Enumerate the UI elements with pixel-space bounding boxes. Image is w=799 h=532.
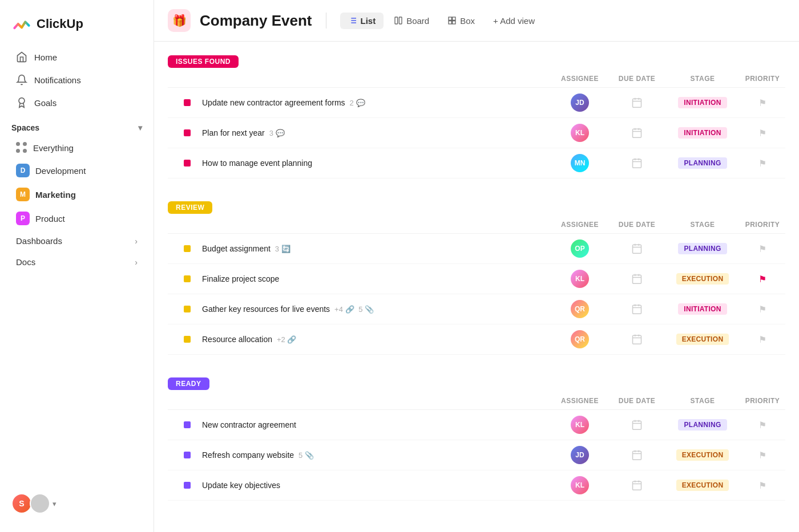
task-meta: 3 💬 [269, 129, 285, 137]
stage-badge[interactable]: INITIATION [678, 127, 727, 139]
stage-badge[interactable]: EXECUTION [676, 273, 729, 285]
task-row[interactable]: Finalize project scope KL EXECUTION ⚑ [168, 264, 785, 294]
tab-box[interactable]: Box [439, 13, 483, 29]
tab-board-label: Board [406, 16, 429, 26]
sidebar-item-product[interactable]: P Product [5, 206, 149, 230]
stage-badge[interactable]: PLANNING [678, 243, 727, 254]
task-assignee: QR [551, 330, 608, 348]
task-row[interactable]: How to manage event planning MN PLANNING… [168, 148, 785, 178]
stage-badge[interactable]: INITIATION [678, 97, 727, 108]
task-stage: PLANNING [665, 243, 740, 254]
task-duedate[interactable] [608, 273, 665, 285]
tab-list[interactable]: List [340, 13, 384, 29]
task-stage: INITIATION [665, 303, 740, 315]
logo-text: ClickUp [37, 17, 83, 31]
tab-board[interactable]: Board [386, 13, 437, 29]
sidebar-item-dashboards[interactable]: Dashboards › [5, 230, 149, 251]
task-row[interactable]: New contractor agreement KL PLANNING ⚑ [168, 410, 785, 440]
task-row[interactable]: Update key objectives KL EXECUTION ⚑ [168, 470, 785, 501]
task-priority[interactable]: ⚑ [740, 304, 785, 315]
task-meta: 3 🔄 [275, 245, 290, 253]
docs-chevron-icon: › [135, 258, 138, 267]
svg-rect-37 [633, 335, 641, 344]
task-duedate[interactable] [608, 157, 665, 169]
task-duedate[interactable] [608, 243, 665, 254]
task-row[interactable]: Resource allocation +2 🔗 QR EXECUTION [168, 324, 785, 355]
user-avatar-secondary[interactable] [30, 493, 50, 514]
col-header-assignee: ASSIGNEE [551, 75, 608, 83]
stage-badge[interactable]: EXECUTION [676, 334, 729, 345]
avatar: JD [571, 94, 589, 112]
priority-flag-icon: ⚑ [758, 128, 766, 139]
task-duedate[interactable] [608, 334, 665, 345]
task-row[interactable]: Update new contractor agreement forms 2 … [168, 88, 785, 118]
task-row[interactable]: Gather key resources for live events +4 … [168, 294, 785, 324]
task-duedate[interactable] [608, 419, 665, 431]
svg-rect-9 [449, 17, 451, 20]
task-priority[interactable]: ⚑ [740, 243, 785, 254]
task-stage: EXECUTION [665, 334, 740, 345]
task-row[interactable]: Refresh company website 5 📎 JD EXECUTION [168, 440, 785, 470]
calendar-icon [631, 157, 643, 169]
group-badge-review[interactable]: REVIEW [168, 201, 212, 214]
task-row[interactable]: Budget assignment 3 🔄 OP PLANNING [168, 234, 785, 264]
sidebar-item-home[interactable]: Home [5, 46, 149, 68]
task-priority[interactable]: ⚑ [740, 480, 785, 491]
home-icon [16, 51, 27, 63]
stage-badge[interactable]: PLANNING [678, 157, 727, 169]
stage-badge[interactable]: PLANNING [678, 419, 727, 431]
chevron-down-icon[interactable]: ▾ [138, 123, 142, 132]
task-bullet-red [184, 99, 191, 106]
user-menu-chevron-icon[interactable]: ▾ [53, 499, 57, 508]
col-header-priority: PRIORITY [740, 397, 785, 405]
task-priority[interactable]: ⚑ [740, 158, 785, 169]
group-header-ready: READY [168, 373, 785, 392]
task-priority[interactable]: ⚑ [740, 274, 785, 285]
task-priority[interactable]: ⚑ [740, 334, 785, 345]
task-duedate[interactable] [608, 480, 665, 491]
group-badge-issues[interactable]: ISSUES FOUND [168, 55, 239, 68]
svg-rect-41 [633, 421, 641, 429]
box-icon [447, 16, 457, 25]
task-name-wrap: Budget assignment 3 🔄 [168, 244, 551, 253]
col-header-stage: STAGE [665, 75, 740, 83]
task-duedate[interactable] [608, 97, 665, 108]
task-duedate[interactable] [608, 449, 665, 461]
task-duedate[interactable] [608, 127, 665, 139]
task-name-wrap: Gather key resources for live events +4 … [168, 304, 551, 314]
avatar: KL [571, 416, 589, 434]
task-name: Refresh company website [202, 450, 294, 460]
task-name: Gather key resources for live events [202, 304, 330, 314]
meta-text: +4 🔗 [334, 305, 354, 314]
priority-flag-icon: ⚑ [758, 243, 766, 254]
task-assignee: JD [551, 446, 608, 464]
task-priority[interactable]: ⚑ [740, 450, 785, 461]
sidebar-item-goals[interactable]: Goals [5, 91, 149, 114]
group-badge-ready[interactable]: READY [168, 377, 209, 390]
spaces-header: Spaces ▾ [0, 114, 154, 137]
stage-badge[interactable]: EXECUTION [676, 449, 729, 461]
col-header-assignee: ASSIGNEE [551, 221, 608, 229]
sidebar-item-marketing[interactable]: M Marketing [5, 182, 149, 206]
sidebar-item-notifications[interactable]: Notifications [5, 68, 149, 91]
task-duedate[interactable] [608, 303, 665, 315]
sidebar-item-everything[interactable]: Everything [5, 137, 149, 159]
sidebar-item-docs[interactable]: Docs › [5, 251, 149, 273]
sidebar-item-development[interactable]: D Development [5, 159, 149, 182]
task-row[interactable]: Plan for next year 3 💬 KL INITIATION [168, 118, 785, 148]
meta-count: 2 [350, 99, 354, 107]
task-assignee: KL [551, 270, 608, 288]
stage-badge[interactable]: EXECUTION [676, 480, 729, 491]
svg-rect-33 [633, 305, 641, 314]
task-name: New contractor agreement [202, 420, 296, 429]
main-content: 🎁 Company Event List Board B [154, 0, 799, 532]
task-priority[interactable]: ⚑ [740, 98, 785, 108]
task-priority[interactable]: ⚑ [740, 128, 785, 139]
add-view-button[interactable]: + Add view [485, 13, 543, 29]
task-priority[interactable]: ⚑ [740, 420, 785, 431]
chat-icon: 💬 [276, 129, 285, 137]
task-bullet-yellow [184, 245, 191, 252]
svg-rect-49 [633, 481, 641, 490]
user-avatar-s[interactable]: S [11, 493, 32, 514]
stage-badge[interactable]: INITIATION [678, 303, 727, 315]
